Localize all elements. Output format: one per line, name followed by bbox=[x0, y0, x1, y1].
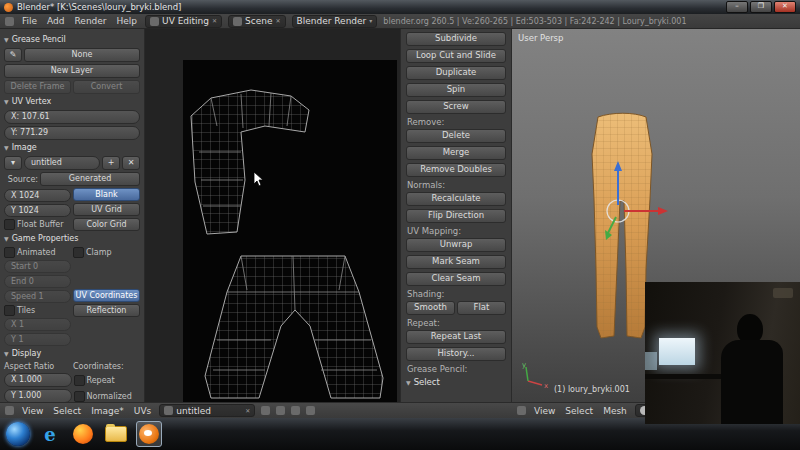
normalized-label: Normalized bbox=[87, 392, 141, 401]
pencil-icon[interactable]: ✎ bbox=[4, 48, 22, 62]
grease-none-button[interactable]: None bbox=[24, 48, 140, 62]
panel-image[interactable]: ▼Image bbox=[4, 142, 140, 154]
menu-render[interactable]: Render bbox=[73, 16, 109, 26]
screen-layout-dropdown[interactable]: UV Editing ✕ bbox=[145, 15, 222, 28]
image-name-field[interactable]: untitled bbox=[24, 156, 100, 170]
tiles-x-field[interactable]: X 1 bbox=[4, 318, 71, 331]
uv-menu-uvs[interactable]: UVs bbox=[132, 406, 153, 416]
delete-button[interactable]: Delete bbox=[406, 129, 506, 143]
minimize-button[interactable]: – bbox=[726, 1, 748, 13]
uv-render-icon[interactable] bbox=[306, 406, 315, 415]
v3d-menu-select[interactable]: Select bbox=[563, 406, 595, 416]
pin-icon[interactable] bbox=[261, 406, 270, 415]
delete-frame-button[interactable]: Delete Frame bbox=[4, 80, 71, 94]
source-label: Source: bbox=[4, 175, 38, 184]
panel-display[interactable]: ▼Display bbox=[4, 348, 140, 360]
panel-grease-pencil[interactable]: ▼Grease Pencil bbox=[4, 34, 140, 46]
triangle-down-icon: ▼ bbox=[4, 36, 9, 43]
menu-file[interactable]: File bbox=[20, 16, 39, 26]
reflection-button[interactable]: Reflection bbox=[73, 304, 140, 317]
duplicate-button[interactable]: Duplicate bbox=[406, 66, 506, 80]
anim-speed-field[interactable]: Speed 1 bbox=[4, 290, 71, 303]
spin-button[interactable]: Spin bbox=[406, 83, 506, 97]
new-layer-button[interactable]: New Layer bbox=[4, 64, 140, 78]
history-button[interactable]: History... bbox=[406, 347, 506, 361]
normalized-checkbox[interactable] bbox=[74, 391, 85, 402]
close-button[interactable]: ✕ bbox=[774, 1, 796, 13]
tiles-y-field[interactable]: Y 1 bbox=[4, 333, 71, 346]
clamp-checkbox[interactable] bbox=[73, 247, 84, 258]
maximize-button[interactable]: ❐ bbox=[750, 1, 772, 13]
remove-doubles-button[interactable]: Remove Doubles bbox=[406, 163, 506, 177]
anim-start-field[interactable]: Start 0 bbox=[4, 260, 71, 273]
screw-button[interactable]: Screw bbox=[406, 100, 506, 114]
recalculate-button[interactable]: Recalculate bbox=[406, 192, 506, 206]
generated-type-blank-button[interactable]: Blank bbox=[73, 188, 140, 201]
loop-cut-button[interactable]: Loop Cut and Slide bbox=[406, 49, 506, 63]
generated-type-colorgrid-button[interactable]: Color Grid bbox=[73, 218, 140, 231]
v3d-menu-view[interactable]: View bbox=[532, 406, 557, 416]
webcam-person-body bbox=[721, 340, 783, 424]
mesh-tool-shelf: Subdivide Loop Cut and Slide Duplicate S… bbox=[400, 29, 512, 402]
source-dropdown[interactable]: Generated bbox=[40, 172, 140, 186]
uv-menu-select[interactable]: Select bbox=[51, 406, 83, 416]
svg-text:y: y bbox=[522, 361, 526, 369]
uv-mapping-label: UV Mapping: bbox=[407, 226, 506, 236]
panel-game-properties[interactable]: ▼Game Properties bbox=[4, 233, 140, 245]
smooth-button[interactable]: Smooth bbox=[406, 301, 455, 315]
uv-snap-icon[interactable] bbox=[276, 406, 285, 415]
repeat-checkbox[interactable] bbox=[74, 375, 85, 386]
anim-end-field[interactable]: End 0 bbox=[4, 275, 71, 288]
aspect-y-field[interactable]: Y 1.000 bbox=[4, 389, 72, 402]
v3d-menu-mesh[interactable]: Mesh bbox=[601, 406, 629, 416]
taskbar-firefox-icon[interactable] bbox=[70, 421, 96, 447]
flat-button[interactable]: Flat bbox=[457, 301, 506, 315]
select-section-header[interactable]: ▼Select bbox=[406, 376, 506, 388]
uv-properties-panel: ▼Grease Pencil ✎ None New Layer Delete F… bbox=[0, 29, 145, 402]
uv-draw-mode-icon[interactable] bbox=[291, 406, 300, 415]
menu-add[interactable]: Add bbox=[45, 16, 66, 26]
webcam-lamp bbox=[773, 288, 793, 298]
uv-image-area[interactable] bbox=[183, 60, 397, 402]
repeat-last-button[interactable]: Repeat Last bbox=[406, 330, 506, 344]
uv-vertex-x-field[interactable]: X: 107.61 bbox=[4, 110, 140, 124]
uv-coordinates-button[interactable]: UV Coordinates bbox=[73, 289, 140, 302]
remove-label: Remove: bbox=[407, 117, 506, 127]
chevron-down-icon: ✕ bbox=[276, 16, 281, 26]
unwrap-button[interactable]: Unwrap bbox=[406, 238, 506, 252]
uv-editor-type-icon[interactable] bbox=[5, 406, 14, 415]
image-new-button[interactable]: + bbox=[102, 156, 120, 170]
animated-checkbox[interactable] bbox=[4, 247, 15, 258]
uv-menu-view[interactable]: View bbox=[20, 406, 45, 416]
render-engine-dropdown[interactable]: Blender Render ▾ bbox=[292, 15, 378, 28]
clear-seam-button[interactable]: Clear Seam bbox=[406, 272, 506, 286]
uv-editor-canvas[interactable] bbox=[145, 29, 400, 402]
merge-button[interactable]: Merge bbox=[406, 146, 506, 160]
image-browse-icon[interactable]: ▾ bbox=[4, 156, 22, 170]
view3d-editor-type-icon[interactable] bbox=[517, 406, 526, 415]
image-unlink-button[interactable]: ✕ bbox=[122, 156, 140, 170]
uv-image-datablock[interactable]: untitled ✕ bbox=[159, 404, 255, 417]
info-header: File Add Render Help UV Editing ✕ Scene … bbox=[0, 14, 800, 29]
scene-dropdown[interactable]: Scene ✕ bbox=[228, 15, 285, 28]
image-size-x-field[interactable]: X 1024 bbox=[4, 189, 71, 202]
subdivide-button[interactable]: Subdivide bbox=[406, 32, 506, 46]
tiles-checkbox[interactable] bbox=[4, 305, 15, 316]
aspect-x-field[interactable]: X 1.000 bbox=[4, 373, 72, 387]
taskbar-ie-icon[interactable]: e bbox=[37, 421, 63, 447]
uv-vertex-y-field[interactable]: Y: 771.29 bbox=[4, 126, 140, 140]
generated-type-uvgrid-button[interactable]: UV Grid bbox=[73, 203, 140, 216]
start-button[interactable] bbox=[6, 422, 30, 446]
uv-menu-image[interactable]: Image* bbox=[89, 406, 126, 416]
tiles-label: Tiles bbox=[17, 306, 35, 315]
taskbar-blender-icon[interactable] bbox=[136, 421, 162, 447]
editor-type-icon[interactable] bbox=[5, 17, 14, 26]
image-size-y-field[interactable]: Y 1024 bbox=[4, 204, 71, 217]
menu-help[interactable]: Help bbox=[115, 16, 140, 26]
flip-direction-button[interactable]: Flip Direction bbox=[406, 209, 506, 223]
taskbar-explorer-icon[interactable] bbox=[103, 421, 129, 447]
mark-seam-button[interactable]: Mark Seam bbox=[406, 255, 506, 269]
convert-button[interactable]: Convert bbox=[73, 80, 140, 94]
float-buffer-checkbox[interactable] bbox=[4, 219, 15, 230]
panel-uv-vertex[interactable]: ▼UV Vertex bbox=[4, 96, 140, 108]
